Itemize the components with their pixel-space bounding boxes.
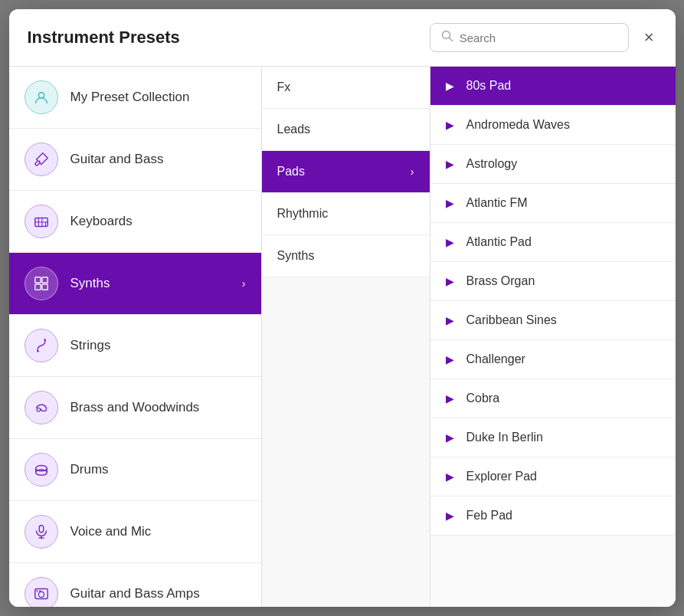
middle-item-pads[interactable]: Pads › — [262, 151, 430, 193]
my-preset-icon — [25, 80, 58, 114]
play-icon-brass-organ: ▶ — [446, 275, 454, 287]
synths-icon — [25, 267, 58, 300]
guitar-amps-icon — [25, 577, 58, 607]
play-icon-challenger: ▶ — [446, 353, 454, 365]
preset-item-cobra[interactable]: ▶ Cobra — [430, 379, 676, 418]
play-icon-caribbean-sines: ▶ — [446, 314, 454, 326]
modal-body: My Preset Collection Guitar and Bass — [9, 67, 676, 607]
middle-label-pads: Pads — [277, 165, 305, 179]
preset-item-brass-organ[interactable]: ▶ Brass Organ — [430, 262, 676, 301]
preset-name-80s-pad: 80s Pad — [466, 79, 512, 93]
sidebar-item-voice[interactable]: Voice and Mic — [9, 501, 261, 563]
keyboards-icon — [25, 205, 58, 238]
svg-point-21 — [35, 470, 47, 475]
sidebar-label-strings: Strings — [70, 338, 111, 353]
middle-label-leads: Leads — [277, 123, 311, 136]
preset-name-atlantic-fm: Atlantic FM — [466, 196, 528, 210]
middle-label-synths: Synths — [277, 249, 315, 263]
sidebar-item-strings[interactable]: Strings — [9, 315, 261, 377]
svg-rect-13 — [34, 284, 40, 290]
preset-name-andromeda: Andromeda Waves — [466, 118, 570, 132]
preset-name-duke-in-berlin: Duke In Berlin — [466, 431, 544, 444]
middle-item-rhythmic[interactable]: Rhythmic — [262, 193, 430, 235]
pads-chevron-icon: › — [411, 165, 414, 178]
brass-icon — [25, 391, 58, 424]
sidebar-label-synths: Synths — [70, 276, 110, 291]
strings-icon — [25, 329, 58, 362]
svg-rect-14 — [41, 284, 47, 290]
play-icon-astrology: ▶ — [446, 158, 454, 170]
sidebar-label-keyboards: Keyboards — [70, 214, 133, 229]
svg-point-17 — [37, 408, 41, 411]
header-right: × — [430, 23, 657, 52]
modal-overlay: Instrument Presets × — [0, 0, 684, 616]
sidebar-item-guitar-amps[interactable]: Guitar and Bass Amps — [9, 563, 261, 607]
svg-point-16 — [37, 350, 39, 352]
preset-name-caribbean-sines: Caribbean Sines — [466, 313, 557, 327]
sidebar-label-voice: Voice and Mic — [70, 524, 152, 539]
preset-item-explorer-pad[interactable]: ▶ Explorer Pad — [430, 457, 676, 496]
sidebar-label-brass: Brass and Woodwinds — [70, 400, 200, 415]
svg-line-1 — [449, 38, 452, 41]
svg-point-27 — [36, 590, 38, 591]
preset-item-atlantic-pad[interactable]: ▶ Atlantic Pad — [430, 223, 676, 262]
svg-rect-12 — [41, 277, 47, 283]
preset-name-cobra: Cobra — [466, 392, 500, 405]
svg-point-2 — [38, 93, 44, 98]
preset-name-challenger: Challenger — [466, 352, 525, 366]
sidebar-item-keyboards[interactable]: Keyboards — [9, 191, 261, 253]
preset-name-atlantic-pad: Atlantic Pad — [466, 235, 532, 249]
sidebar-item-my-preset[interactable]: My Preset Collection — [9, 67, 261, 129]
sidebar-item-guitar[interactable]: Guitar and Bass — [9, 129, 261, 191]
svg-rect-22 — [39, 526, 44, 532]
guitar-icon — [25, 143, 58, 176]
preset-name-astrology: Astrology — [466, 157, 518, 171]
preset-item-challenger[interactable]: ▶ Challenger — [430, 340, 676, 379]
drums-icon — [25, 453, 58, 487]
sidebar-item-synths[interactable]: Synths › — [9, 253, 261, 315]
search-box[interactable] — [430, 23, 629, 52]
middle-label-fx: Fx — [277, 80, 291, 94]
middle-item-leads[interactable]: Leads — [262, 109, 430, 151]
instrument-presets-modal: Instrument Presets × — [9, 9, 676, 607]
sidebar: My Preset Collection Guitar and Bass — [9, 67, 262, 607]
svg-point-15 — [44, 339, 46, 341]
preset-name-explorer-pad: Explorer Pad — [466, 470, 538, 483]
modal-header: Instrument Presets × — [9, 9, 676, 67]
preset-item-feb-pad[interactable]: ▶ Feb Pad — [430, 496, 676, 536]
middle-label-rhythmic: Rhythmic — [277, 207, 329, 221]
preset-item-caribbean-sines[interactable]: ▶ Caribbean Sines — [430, 301, 676, 340]
close-button[interactable]: × — [641, 26, 657, 49]
svg-point-26 — [38, 591, 44, 597]
svg-rect-11 — [34, 277, 40, 283]
sidebar-label-guitar-amps: Guitar and Bass Amps — [70, 586, 200, 601]
voice-icon — [25, 515, 58, 549]
play-icon-duke-in-berlin: ▶ — [446, 431, 454, 444]
preset-name-brass-organ: Brass Organ — [466, 274, 535, 288]
preset-item-atlantic-fm[interactable]: ▶ Atlantic FM — [430, 184, 676, 223]
svg-point-3 — [38, 160, 40, 162]
svg-point-28 — [39, 590, 41, 591]
preset-item-duke-in-berlin[interactable]: ▶ Duke In Berlin — [430, 418, 676, 457]
play-icon-feb-pad: ▶ — [446, 510, 454, 522]
sidebar-label-my-preset: My Preset Collection — [70, 90, 190, 105]
middle-item-fx[interactable]: Fx — [262, 67, 430, 109]
play-icon-cobra: ▶ — [446, 392, 454, 405]
search-input[interactable] — [460, 31, 617, 44]
sidebar-item-drums[interactable]: Drums — [9, 439, 261, 501]
preset-item-80s-pad[interactable]: ▶ 80s Pad — [430, 67, 676, 106]
preset-name-feb-pad: Feb Pad — [466, 509, 512, 523]
sidebar-item-brass[interactable]: Brass and Woodwinds — [9, 377, 261, 439]
synths-chevron-icon: › — [242, 277, 246, 290]
play-icon-andromeda: ▶ — [446, 119, 454, 131]
preset-item-astrology[interactable]: ▶ Astrology — [430, 145, 676, 184]
play-icon-atlantic-pad: ▶ — [446, 236, 454, 248]
sidebar-label-drums: Drums — [70, 462, 109, 477]
play-icon-80s-pad: ▶ — [446, 80, 454, 92]
search-icon — [441, 30, 453, 45]
presets-list: ▶ 80s Pad ▶ Andromeda Waves ▶ Astrology … — [430, 67, 676, 607]
sidebar-label-guitar: Guitar and Bass — [70, 152, 164, 167]
middle-item-synths[interactable]: Synths — [262, 235, 430, 277]
preset-item-andromeda-waves[interactable]: ▶ Andromeda Waves — [430, 106, 676, 145]
modal-title: Instrument Presets — [28, 28, 180, 48]
